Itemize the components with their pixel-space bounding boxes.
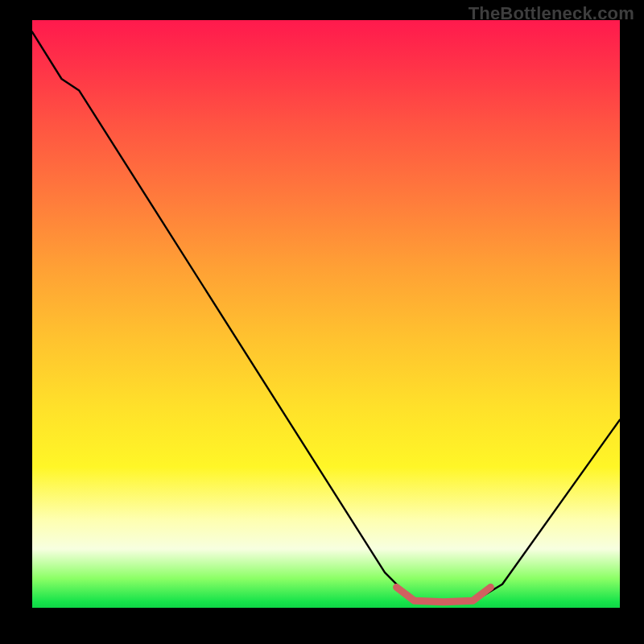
- plot-area: [32, 20, 620, 608]
- bottleneck-curve: [32, 32, 620, 602]
- curve-layer: [32, 20, 620, 608]
- highlight-segment: [397, 588, 491, 602]
- chart-frame: TheBottleneck.com: [0, 0, 644, 644]
